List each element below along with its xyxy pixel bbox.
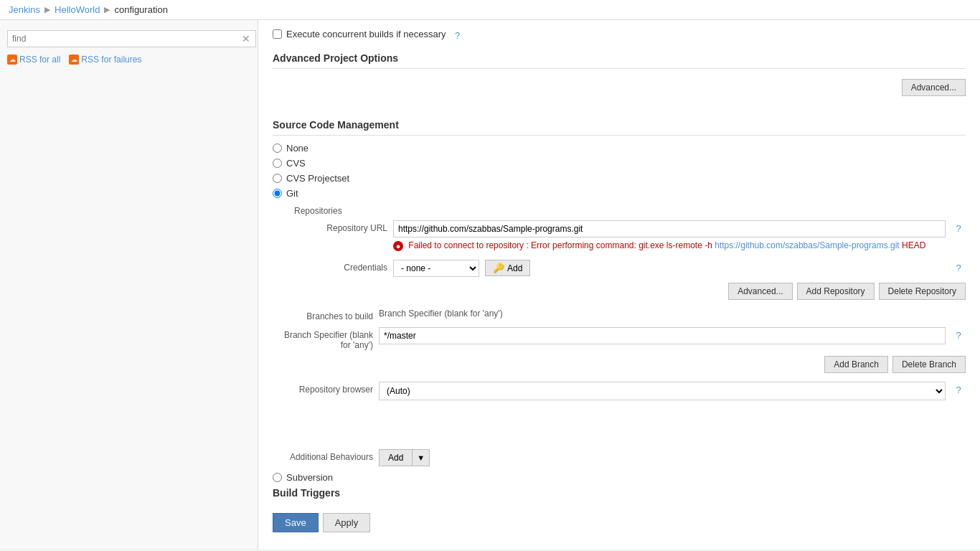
repo-action-buttons-row: Advanced... Add Repository Delete Reposi… (287, 283, 966, 300)
add-behaviour-dropdown: Add ▼ (379, 449, 966, 466)
scm-title: Source Code Management (273, 115, 966, 136)
scm-none-label: None (286, 143, 308, 154)
breadcrumb-sep-1: ▶ (44, 5, 50, 14)
breadcrumb-helloworld[interactable]: HelloWorld (55, 4, 100, 15)
subversion-label: Subversion (286, 472, 333, 483)
rss-all-link[interactable]: ☁ RSS for all (7, 55, 60, 65)
repo-browser-help-icon[interactable]: ? (951, 382, 966, 395)
credentials-row: Credentials - none - 🔑 Add ? (287, 260, 966, 277)
credentials-label: Credentials (287, 260, 387, 273)
sidebar-rss-links: ☁ RSS for all ☁ RSS for failures (0, 52, 258, 67)
scm-git-radio[interactable] (273, 189, 282, 198)
repositories-header: Repositories (294, 206, 966, 216)
credentials-field-content: - none - 🔑 Add (393, 260, 946, 277)
repo-url-label: Repository URL (287, 220, 387, 233)
branch-specifier-help-icon[interactable]: ? (951, 327, 966, 341)
scm-cvs-radio[interactable] (273, 159, 282, 168)
advanced-project-options-section: Advanced Project Options Advanced... (273, 48, 966, 103)
repo-browser-label: Repository browser (273, 382, 373, 395)
search-clear-button[interactable]: ✕ (242, 33, 250, 44)
repo-url-error: ● Failed to connect to repository : Erro… (393, 237, 946, 254)
repo-browser-select[interactable]: (Auto) (379, 382, 946, 400)
branch-specifier-row: Branches to build Branch Specifier (blan… (273, 309, 966, 321)
delete-branch-button[interactable]: Delete Branch (892, 356, 966, 373)
scm-none-row: None (273, 143, 966, 154)
branch-specifier-content: Branch Specifier (blank for 'any') (379, 309, 966, 321)
rss-all-label: RSS for all (19, 55, 60, 65)
repo-browser-select-content: (Auto) (379, 382, 946, 400)
add-branch-button[interactable]: Add Branch (824, 356, 888, 373)
scm-cvs-row: CVS (273, 158, 966, 169)
breadcrumb-current: configuration (114, 4, 167, 15)
git-advanced-button[interactable]: Advanced... (728, 283, 792, 300)
rss-failures-label: RSS for failures (81, 55, 141, 65)
git-config-section: Repositories Repository URL ● Failed to … (287, 206, 966, 300)
repo-url-row: Repository URL ● Failed to connect to re… (287, 220, 966, 254)
advanced-project-options-title: Advanced Project Options (273, 48, 966, 69)
branch-action-buttons-row: Add Branch Delete Branch (273, 356, 966, 373)
sidebar: ✕ ☁ RSS for all ☁ RSS for failures (0, 20, 258, 550)
build-triggers-label: Build Triggers (273, 487, 966, 499)
breadcrumb-sep-2: ▶ (104, 5, 110, 14)
error-link[interactable]: https://github.com/szabbas/Sample-progra… (715, 240, 899, 250)
add-behaviour-arrow-button[interactable]: ▼ (412, 449, 430, 466)
save-button[interactable]: Save (273, 513, 319, 532)
additional-behaviours-content: Add ▼ (379, 449, 966, 466)
branch-specifier-input[interactable] (379, 327, 946, 344)
concurrent-builds-help-icon[interactable]: ? (451, 27, 465, 41)
concurrent-builds-row: Execute concurrent builds if necessary ? (273, 27, 966, 41)
branches-section: Branches to build Branch Specifier (blan… (273, 309, 966, 373)
main-content: Execute concurrent builds if necessary ?… (258, 20, 980, 550)
branch-specifier-sublabel: Branch Specifier (blank for 'any') (379, 309, 966, 319)
scm-git-row: Git (273, 188, 966, 199)
scm-cvs-projectset-radio[interactable] (273, 174, 282, 183)
scm-cvs-projectset-label: CVS Projectset (286, 173, 349, 184)
credentials-select[interactable]: - none - (393, 260, 479, 277)
advanced-options-row: Advanced... (273, 76, 966, 103)
add-credentials-label: Add (507, 263, 522, 273)
add-behaviour-button[interactable]: Add (379, 449, 412, 466)
branch-specifier-label: Branch Specifier (blank for 'any') (273, 327, 373, 350)
repo-url-input[interactable] (393, 220, 946, 237)
key-icon: 🔑 (493, 263, 504, 273)
scm-cvs-label: CVS (286, 158, 306, 169)
rss-failures-link[interactable]: ☁ RSS for failures (69, 55, 141, 65)
rss-all-icon: ☁ (7, 55, 17, 65)
branches-to-build-label: Branches to build (273, 309, 373, 321)
repo-browser-row: Repository browser (Auto) ? (273, 382, 966, 400)
credentials-controls: - none - 🔑 Add (393, 260, 946, 277)
add-credentials-button[interactable]: 🔑 Add (485, 260, 530, 276)
repo-url-help-icon[interactable]: ? (951, 220, 966, 234)
delete-repository-button[interactable]: Delete Repository (879, 283, 966, 300)
subversion-row: Subversion (273, 472, 966, 483)
additional-behaviours-label: Additional Behaviours (273, 449, 373, 462)
concurrent-builds-checkbox[interactable] (273, 29, 282, 39)
breadcrumb: Jenkins ▶ HelloWorld ▶ configuration (0, 0, 980, 20)
sidebar-search-area: ✕ (0, 26, 258, 52)
error-icon: ● (393, 241, 403, 251)
scm-cvs-projectset-row: CVS Projectset (273, 173, 966, 184)
branch-specifier-input-row: Branch Specifier (blank for 'any') ? (273, 327, 966, 350)
concurrent-builds-label: Execute concurrent builds if necessary (286, 29, 446, 39)
branch-specifier-input-content (379, 327, 946, 344)
additional-behaviours-row: Additional Behaviours Add ▼ (273, 449, 966, 466)
scm-radio-group: None CVS CVS Projectset Git (273, 143, 966, 199)
rss-failures-icon: ☁ (69, 55, 79, 65)
bottom-buttons-row: Save Apply (273, 504, 966, 541)
scm-git-label: Git (286, 188, 298, 199)
error-text: Failed to connect to repository : Error … (408, 240, 925, 250)
additional-behaviours-spacer (273, 406, 966, 449)
apply-button[interactable]: Apply (323, 513, 371, 532)
breadcrumb-jenkins[interactable]: Jenkins (9, 4, 40, 15)
subversion-radio[interactable] (273, 473, 282, 482)
repo-url-field-content: ● Failed to connect to repository : Erro… (393, 220, 946, 254)
search-input[interactable] (7, 30, 256, 47)
scm-none-radio[interactable] (273, 143, 282, 153)
add-repository-button[interactable]: Add Repository (797, 283, 875, 300)
scm-section: Source Code Management None CVS CVS Proj… (273, 115, 966, 300)
credentials-help-icon[interactable]: ? (951, 260, 966, 273)
advanced-project-button[interactable]: Advanced... (902, 79, 966, 96)
